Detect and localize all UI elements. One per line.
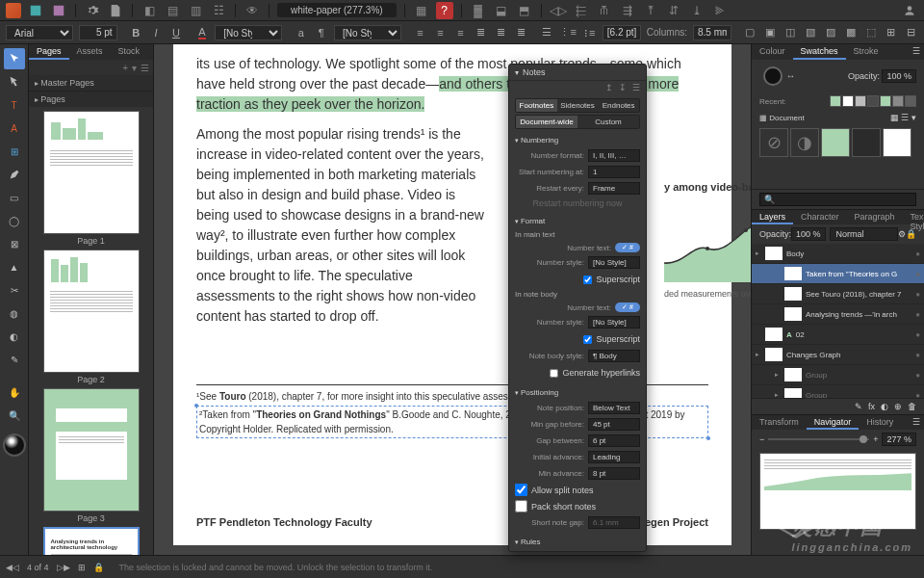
art-text-tool[interactable]: A	[4, 118, 25, 139]
tab-stock[interactable]: Stock	[111, 44, 148, 60]
align-middle-icon[interactable]: ⇵	[665, 2, 682, 19]
settings-icon[interactable]	[84, 2, 101, 19]
init-advance-select[interactable]: Leading	[588, 451, 640, 463]
tab-colour[interactable]: Colour	[752, 44, 793, 60]
frame-opt-1[interactable]: ▢	[743, 24, 757, 41]
align-center-icon[interactable]: ⫚	[596, 2, 613, 19]
align-left-icon[interactable]: ⬱	[573, 2, 590, 19]
layer-fx-icon[interactable]: ⚙	[898, 229, 906, 239]
align-top-icon[interactable]: ⤒	[642, 2, 659, 19]
align-right-icon[interactable]: ⇶	[619, 2, 636, 19]
para-style-btn[interactable]: a	[294, 24, 308, 41]
tab-transform[interactable]: Transform	[752, 415, 807, 430]
zoom-in-icon[interactable]: +	[873, 434, 878, 444]
doc-swatch[interactable]	[852, 128, 881, 157]
layer-lock-icon[interactable]: 🔒	[906, 229, 916, 239]
frame-opt-9[interactable]: ⊟	[904, 24, 918, 41]
mask-icon[interactable]: ◐	[881, 402, 888, 411]
note-pos-select[interactable]: Below Text	[588, 402, 640, 414]
transparency-tool[interactable]: ◐	[4, 326, 25, 347]
shape-rect-tool[interactable]: ▭	[4, 187, 25, 208]
hyperlinks-chk[interactable]	[550, 369, 558, 378]
special-swatch[interactable]: ◑	[790, 128, 819, 157]
min-advance-field[interactable]: 8 pt	[588, 467, 640, 480]
allow-split-chk[interactable]	[515, 484, 527, 496]
positioning-section[interactable]: Positioning	[515, 385, 640, 400]
recent-swatch[interactable]	[830, 95, 841, 107]
recent-swatch[interactable]	[905, 95, 916, 107]
paragraph-2[interactable]: Among the most popular rising trends¹ is…	[196, 124, 485, 327]
notes-add-icon[interactable]: ☰	[632, 83, 640, 94]
frame-opt-2[interactable]: ▣	[763, 24, 778, 41]
tab-paragraph[interactable]: Paragraph	[847, 210, 903, 224]
format-section[interactable]: Format	[515, 214, 640, 228]
frame-opt-8[interactable]: ⊞	[884, 24, 898, 41]
char-color-btn[interactable]: A	[194, 24, 209, 41]
help-icon[interactable]: ?	[436, 2, 453, 19]
notes-header[interactable]: Notes	[509, 65, 646, 81]
tab-stroke[interactable]: Stroke	[846, 44, 886, 60]
main-superscript-chk[interactable]	[583, 276, 592, 284]
page-thumb-4[interactable]: Analysing trends in architectural techno…	[43, 527, 140, 555]
arrange-icon[interactable]: ▓	[470, 2, 487, 19]
align-left-btn[interactable]: ≡	[413, 24, 427, 41]
tab-history[interactable]: History	[859, 415, 901, 430]
persona-icon-2[interactable]	[50, 2, 67, 19]
page-body[interactable]: its use of technology. We spotlight some…	[173, 44, 732, 545]
char-style-select[interactable]: [No Style]	[215, 25, 282, 40]
font-family-select[interactable]: Arial	[6, 25, 73, 40]
doc-swatch[interactable]	[821, 128, 850, 157]
bold-btn[interactable]: B	[129, 24, 143, 41]
para-style-select[interactable]: [No Style]	[334, 25, 401, 40]
list-view-icon[interactable]: ☰	[901, 113, 909, 122]
pages-opts-icon[interactable]: ☰	[141, 63, 149, 73]
numbering-section[interactable]: Numbering	[515, 133, 640, 147]
page-thumb-2[interactable]: Page 2	[43, 250, 140, 384]
document-tab[interactable]: white-paper (277.3%)	[277, 3, 397, 17]
list-1-btn[interactable]: ☰	[540, 24, 554, 41]
shape-ellipse-tool[interactable]: ◯	[4, 210, 25, 231]
frame-opt-5[interactable]: ▨	[824, 24, 838, 41]
panel-menu-icon[interactable]: ☰	[909, 44, 924, 60]
flip-h-icon[interactable]: ◁▷	[550, 2, 567, 19]
align-justify2-btn[interactable]: ≣	[494, 24, 508, 41]
blend-mode-select[interactable]: Normal	[830, 227, 898, 241]
table-tool[interactable]: ⊞	[4, 141, 25, 162]
add-page-icon[interactable]: +	[122, 63, 128, 73]
note-superscript-chk[interactable]	[583, 335, 592, 344]
move-back-icon[interactable]: ⬓	[493, 2, 510, 19]
tab-assets[interactable]: Assets	[69, 44, 111, 60]
pages-header[interactable]: Pages	[29, 91, 153, 107]
doc-swatch[interactable]	[883, 128, 911, 157]
number-format-select[interactable]: I, II, III, …	[588, 149, 640, 162]
zoom-out-icon[interactable]: −	[759, 434, 764, 444]
tab-pages[interactable]: Pages	[29, 44, 69, 60]
columns-field[interactable]	[693, 25, 732, 40]
start-number-field[interactable]: 1	[588, 166, 640, 178]
frame-opt-6[interactable]: ▩	[844, 24, 859, 41]
notes-prev-icon[interactable]: ↥	[605, 83, 613, 94]
frame-opt-3[interactable]: ◫	[783, 24, 798, 41]
baseline-grid-icon[interactable]: ☷	[210, 2, 227, 19]
persona-icon-1[interactable]	[27, 2, 44, 19]
zoom-tool[interactable]: 🔍	[4, 405, 25, 426]
recent-swatch[interactable]	[855, 95, 866, 107]
prev-spread-btn[interactable]: ◀◁	[6, 563, 19, 572]
fx-icon[interactable]: fx	[868, 402, 875, 411]
align-bottom-icon[interactable]: ⤓	[688, 2, 706, 19]
fill-tool[interactable]: ◍	[4, 302, 25, 324]
list-3-btn[interactable]: ⫶≡	[582, 24, 597, 41]
align-justify-btn[interactable]: ≣	[474, 24, 488, 41]
gap-before-field[interactable]: 45 pt	[588, 418, 640, 431]
grid-view-icon[interactable]: ▦	[890, 113, 899, 122]
layer-item[interactable]: A 02●	[752, 325, 924, 345]
recent-swatch[interactable]	[892, 95, 904, 107]
recent-swatch[interactable]	[867, 95, 879, 107]
leading-field[interactable]	[603, 25, 641, 40]
layer-item[interactable]: Taken from "Theories on G●	[752, 264, 924, 284]
preview-icon[interactable]: 👁	[244, 2, 261, 19]
main-numtext-pill[interactable]: ✓ #	[615, 243, 640, 252]
pan-tool[interactable]: ✋	[4, 381, 25, 403]
note-numstyle-select[interactable]: [No Style]	[588, 316, 640, 328]
account-icon[interactable]	[901, 2, 918, 19]
